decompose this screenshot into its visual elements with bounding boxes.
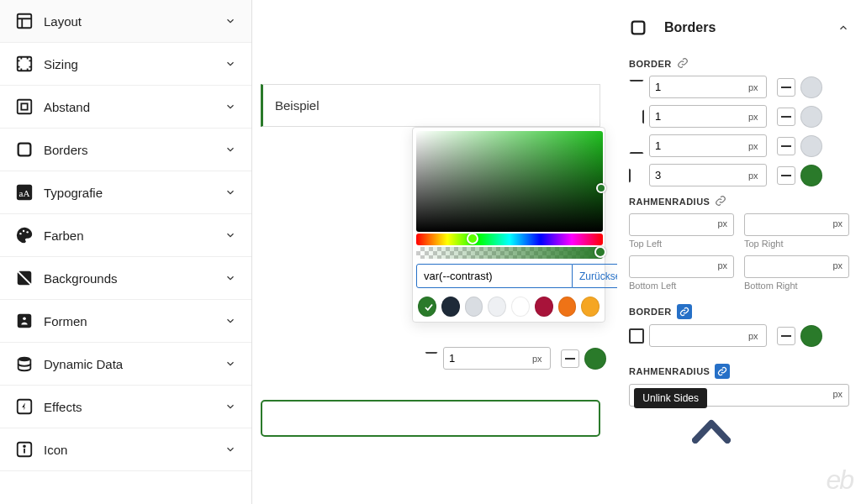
svg-point-7 [19, 233, 21, 234]
annotation-arrow-icon [692, 418, 731, 446]
border-color-dot[interactable] [800, 165, 822, 186]
svg-rect-11 [18, 314, 32, 328]
chevron-up-icon [837, 22, 849, 34]
side-top-icon [425, 352, 438, 365]
swatch-orange[interactable] [558, 297, 577, 317]
svg-rect-3 [21, 103, 27, 109]
swatch-white[interactable] [511, 297, 530, 317]
spacing-icon [15, 97, 34, 116]
typography-icon: aA [15, 183, 34, 202]
radius-label: Top Left [629, 239, 734, 249]
chevron-down-icon [224, 229, 236, 241]
chevron-down-icon [224, 272, 236, 284]
example-block-1[interactable]: Beispiel [261, 84, 600, 127]
hue-slider[interactable] [416, 234, 603, 245]
unlink-radius-button[interactable] [715, 364, 730, 379]
chevron-down-icon [224, 401, 236, 412]
sidebar-item-label: Borders [44, 143, 88, 157]
unit-label: px [717, 218, 727, 228]
chevron-down-icon [224, 358, 236, 370]
unit-label: px [832, 218, 843, 228]
borders-icon [15, 140, 34, 159]
color-value-input[interactable] [416, 264, 573, 288]
border-style-select[interactable] [777, 137, 795, 155]
border-style-select[interactable] [777, 108, 795, 126]
chevron-down-icon [224, 186, 236, 198]
link-icon[interactable] [677, 57, 689, 71]
side-all-icon [629, 328, 644, 344]
panel-header-borders[interactable]: Borders [629, 7, 849, 49]
layout-icon [15, 12, 34, 30]
sidebar-item-label: Layout [44, 14, 82, 29]
chevron-down-icon [224, 58, 236, 70]
svg-rect-1 [18, 57, 32, 71]
sidebar-item-effects[interactable]: Effects [0, 386, 251, 428]
swatch-red[interactable] [535, 297, 553, 317]
sidebar-item-dynamic-data[interactable]: Dynamic Data [0, 343, 251, 386]
swatch-lightgrey[interactable] [465, 297, 483, 317]
border-style-select[interactable] [561, 349, 579, 368]
unit-label: px [717, 260, 727, 270]
sidebar-item-borders[interactable]: Borders [0, 129, 251, 171]
unlink-sides-button[interactable] [677, 304, 692, 319]
chevron-down-icon [224, 444, 236, 455]
sidebar-item-label: Farben [44, 228, 84, 243]
chevron-down-icon [224, 101, 236, 113]
sidebar-item-icon[interactable]: Icon [0, 428, 251, 471]
color-swatches [416, 295, 601, 318]
panel-title: Borders [664, 20, 716, 35]
alpha-handle[interactable] [594, 246, 606, 258]
swatch-yellow[interactable] [581, 297, 600, 317]
border-style-select[interactable] [777, 166, 795, 185]
border-color-dot[interactable] [800, 76, 822, 98]
sidebar-item-label: Effects [44, 400, 82, 414]
border-style-select[interactable] [777, 78, 795, 97]
svg-point-13 [18, 357, 31, 362]
side-bottom-icon [629, 139, 644, 154]
info-icon [15, 440, 34, 459]
chevron-down-icon [224, 315, 236, 327]
sidebar-item-layout[interactable]: Layout [0, 0, 251, 43]
saturation-handle[interactable] [596, 183, 606, 193]
sidebar-item-label: Icon [44, 443, 67, 457]
radius-grid: pxTop Left pxTop Right pxBottom Left pxB… [629, 213, 849, 291]
sidebar-item-label: Sizing [44, 57, 78, 71]
border-color-dot[interactable] [800, 325, 822, 347]
swatch-dark[interactable] [441, 297, 460, 317]
swatch-offwhite[interactable] [488, 297, 506, 317]
sidebar-item-sizing[interactable]: Sizing [0, 43, 251, 86]
border-style-select[interactable] [777, 327, 795, 345]
unit-label: px [832, 389, 843, 399]
chevron-down-icon [224, 144, 236, 155]
alpha-slider[interactable] [416, 247, 603, 259]
backgrounds-icon [15, 269, 34, 287]
sidebar-item-label: Abstand [44, 100, 90, 114]
border-color-dot[interactable] [800, 106, 822, 128]
radius-label: Top Right [744, 239, 849, 249]
watermark: eb [826, 465, 853, 496]
sidebar-item-formen[interactable]: Formen [0, 300, 251, 343]
border-color-dot[interactable] [800, 135, 822, 157]
sizing-icon [15, 55, 34, 73]
right-panel: Borders BORDER px px px px RAHMENRADIUS … [617, 0, 861, 504]
svg-rect-0 [18, 14, 32, 29]
hue-handle[interactable] [467, 233, 478, 244]
sidebar-item-abstand[interactable]: Abstand [0, 86, 251, 129]
saturation-field[interactable] [416, 131, 603, 232]
sidebar-item-label: Typografie [44, 186, 103, 200]
section-label-border-linked: BORDER [629, 304, 849, 319]
border-color-dot[interactable] [584, 348, 606, 370]
swatch-green[interactable] [418, 297, 436, 317]
svg-rect-2 [18, 100, 32, 114]
side-right-icon [629, 109, 644, 124]
example-block-2[interactable] [261, 400, 600, 437]
sidebar-item-typografie[interactable]: aATypografie [0, 171, 251, 214]
svg-point-16 [24, 445, 25, 447]
link-icon[interactable] [715, 195, 726, 208]
svg-point-12 [23, 317, 26, 320]
chevron-down-icon [224, 15, 236, 27]
sidebar-item-farben[interactable]: Farben [0, 214, 251, 257]
sidebar-item-backgrounds[interactable]: Backgrounds [0, 257, 251, 300]
side-left-icon [629, 168, 644, 183]
border-row-right: px [629, 105, 849, 128]
